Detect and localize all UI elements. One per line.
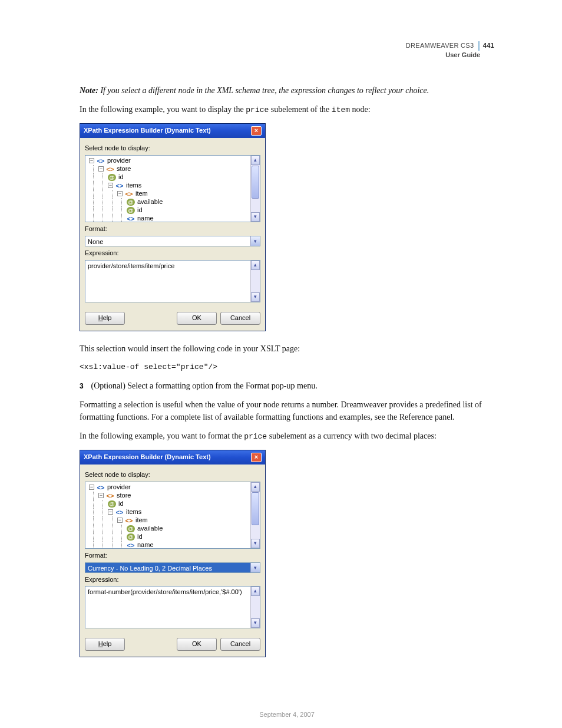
- dialog-title: XPath Expression Builder (Dynamic Text): [84, 453, 211, 462]
- note-paragraph: Note: If you select a different node in …: [80, 85, 494, 97]
- doc-subtitle: User Guide: [80, 51, 480, 60]
- code-price-2: price: [244, 432, 267, 441]
- attribute-icon: @: [108, 174, 116, 181]
- xml-tree[interactable]: −<>provider −<>store @id −<>items −<>ite…: [85, 155, 260, 222]
- expander-icon[interactable]: −: [98, 166, 104, 172]
- format-label: Format:: [85, 225, 260, 234]
- attribute-icon: @: [127, 525, 135, 532]
- chevron-down-icon[interactable]: ▾: [250, 563, 260, 572]
- product-name: DREAMWEAVER CS3: [406, 42, 474, 49]
- code-price: price: [246, 106, 269, 114]
- expander-icon[interactable]: −: [89, 158, 94, 163]
- attribute-icon: @: [127, 207, 135, 214]
- help-button[interactable]: Help: [85, 312, 125, 325]
- step-number: 3: [80, 381, 89, 391]
- format-dropdown[interactable]: None ▾: [85, 236, 260, 246]
- page-footer-date: September 4, 2007: [80, 710, 494, 720]
- element-icon: <>: [115, 509, 124, 516]
- xslt-code: <xsl:value-of select="price"/>: [80, 362, 494, 373]
- cancel-button[interactable]: Cancel: [220, 638, 260, 651]
- element-icon: <>: [97, 484, 105, 491]
- expression-value: provider/store/items/item/price: [85, 261, 250, 302]
- expression-textarea[interactable]: provider/store/items/item/price ▴ ▾: [85, 260, 260, 302]
- element-icon: <>: [127, 542, 135, 548]
- expression-label: Expression:: [85, 249, 260, 258]
- cancel-button[interactable]: Cancel: [220, 312, 260, 325]
- element-repeat-icon: <>: [125, 517, 133, 524]
- xpath-dialog-2: XPath Expression Builder (Dynamic Text) …: [80, 450, 266, 658]
- page-number: 441: [478, 41, 494, 51]
- scroll-up-icon[interactable]: ▴: [251, 156, 260, 165]
- expression-value: format-number(provider/store/items/item/…: [85, 587, 250, 628]
- dialog-titlebar: XPath Expression Builder (Dynamic Text) …: [80, 450, 265, 465]
- scroll-up-icon[interactable]: ▴: [251, 587, 260, 596]
- note-label: Note:: [80, 86, 98, 95]
- ok-button[interactable]: OK: [177, 638, 217, 651]
- dialog-titlebar: XPath Expression Builder (Dynamic Text) …: [80, 124, 265, 138]
- page-header: DREAMWEAVER CS3 441 User Guide: [80, 41, 494, 60]
- intro-paragraph-1: In the following example, you want to di…: [80, 104, 494, 116]
- tree-scrollbar[interactable]: ▴ ▾: [250, 482, 260, 548]
- expander-icon[interactable]: −: [98, 493, 104, 498]
- element-repeat-icon: <>: [106, 492, 114, 499]
- scroll-down-icon[interactable]: ▾: [251, 292, 260, 302]
- intro-paragraph-2: In the following example, you want to fo…: [80, 430, 494, 443]
- formatting-paragraph: Formatting a selection is useful when th…: [80, 399, 494, 423]
- format-value: None: [85, 236, 250, 246]
- scroll-up-icon[interactable]: ▴: [251, 482, 260, 492]
- format-label: Format:: [85, 551, 260, 561]
- element-icon: <>: [97, 157, 105, 164]
- xml-tree[interactable]: −<>provider −<>store @id −<>items −<>ite…: [85, 482, 260, 549]
- attribute-icon: @: [108, 500, 116, 508]
- expander-icon[interactable]: −: [89, 485, 94, 490]
- scroll-down-icon[interactable]: ▾: [251, 212, 260, 222]
- expander-icon[interactable]: −: [117, 518, 123, 523]
- chevron-down-icon[interactable]: ▾: [250, 236, 260, 246]
- scroll-down-icon[interactable]: ▾: [251, 539, 260, 548]
- select-node-label: Select node to display:: [85, 144, 260, 153]
- textarea-scrollbar[interactable]: ▴ ▾: [250, 261, 260, 302]
- close-icon[interactable]: ×: [251, 126, 262, 136]
- close-icon[interactable]: ×: [251, 453, 262, 462]
- scroll-thumb[interactable]: [252, 166, 259, 199]
- dialog-title: XPath Expression Builder (Dynamic Text): [84, 126, 211, 136]
- scroll-thumb[interactable]: [252, 492, 259, 525]
- expander-icon[interactable]: −: [108, 183, 113, 188]
- expression-textarea[interactable]: format-number(provider/store/items/item/…: [85, 586, 260, 628]
- format-value: Currency - No Leading 0, 2 Decimal Place…: [85, 563, 250, 572]
- element-repeat-icon: <>: [106, 166, 114, 173]
- step-text: (Optional) Select a formatting option fr…: [91, 381, 318, 390]
- textarea-scrollbar[interactable]: ▴ ▾: [250, 587, 260, 628]
- scroll-down-icon[interactable]: ▾: [251, 618, 260, 628]
- element-icon: <>: [115, 182, 124, 189]
- code-item: item: [332, 106, 350, 114]
- result-paragraph: This selection would insert the followin…: [80, 343, 494, 355]
- scroll-up-icon[interactable]: ▴: [251, 261, 260, 270]
- help-button[interactable]: Help: [85, 638, 125, 651]
- attribute-icon: @: [127, 533, 135, 541]
- step-3: 3 (Optional) Select a formatting option …: [80, 380, 494, 392]
- ok-button[interactable]: OK: [177, 312, 217, 325]
- expander-icon[interactable]: −: [117, 191, 123, 196]
- select-node-label: Select node to display:: [85, 470, 260, 480]
- attribute-icon: @: [127, 199, 135, 206]
- element-icon: <>: [127, 215, 135, 222]
- expander-icon[interactable]: −: [108, 509, 113, 515]
- format-dropdown[interactable]: Currency - No Leading 0, 2 Decimal Place…: [85, 562, 260, 573]
- xpath-dialog-1: XPath Expression Builder (Dynamic Text) …: [80, 123, 266, 331]
- expression-label: Expression:: [85, 575, 260, 585]
- element-repeat-icon: <>: [125, 190, 133, 197]
- tree-scrollbar[interactable]: ▴ ▾: [250, 156, 260, 222]
